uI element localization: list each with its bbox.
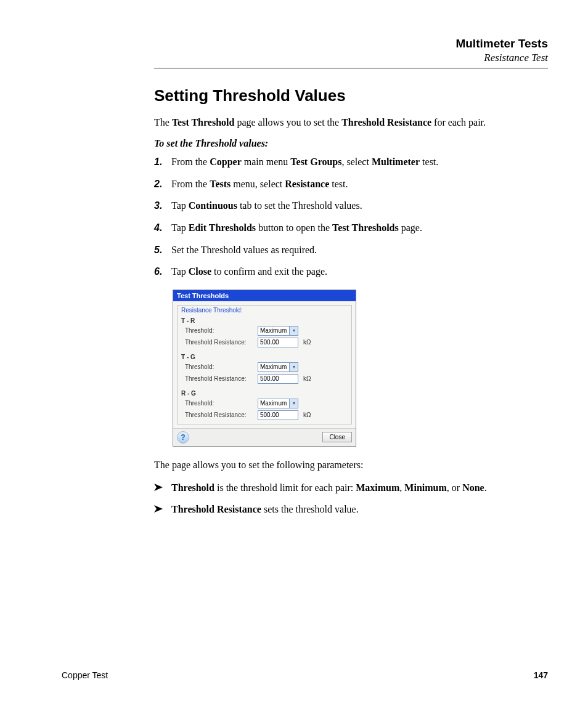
- fieldset-title: Resistance Threshold:: [181, 307, 348, 314]
- page-heading: Setting Threshold Values: [154, 86, 548, 105]
- tg-resistance-input[interactable]: 500.00: [258, 374, 298, 384]
- tr-unit: kΩ: [303, 339, 311, 346]
- step-4: 4. Tap Edit Thresholds button to open th…: [154, 221, 548, 235]
- page-number: 147: [534, 670, 548, 680]
- step-3: 3. Tap Continuous tab to set the Thresho…: [154, 199, 548, 213]
- step-2: 2. From the Tests menu, select Resistanc…: [154, 177, 548, 191]
- svg-marker-0: [154, 484, 163, 491]
- close-button[interactable]: Close: [322, 432, 352, 442]
- bullet-threshold: Threshold is the threshold limit for eac…: [154, 481, 548, 495]
- group-tg-label: T - G: [181, 354, 348, 360]
- help-icon[interactable]: ?: [177, 431, 189, 444]
- rg-unit: kΩ: [303, 412, 311, 418]
- step-6: 6. Tap Close to confirm and exit the pag…: [154, 265, 548, 278]
- step-5: 5. Set the Threshold values as required.: [154, 243, 548, 257]
- tr-resistance-input[interactable]: 500.00: [258, 338, 298, 347]
- parameters-list: Threshold is the threshold limit for eac…: [154, 481, 548, 516]
- chevron-down-icon: ▾: [289, 399, 298, 408]
- chevron-down-icon: ▾: [289, 363, 298, 371]
- tg-unit: kΩ: [303, 375, 311, 382]
- footer-left: Copper Test: [62, 670, 108, 680]
- page-footer: Copper Test 147: [62, 670, 548, 680]
- rg-resistance-input[interactable]: 500.00: [258, 410, 298, 420]
- tg-threshold-label: Threshold:: [181, 363, 258, 370]
- section-title: Resistance Test: [154, 52, 548, 64]
- tg-threshold-select[interactable]: Maximum ▾: [258, 362, 298, 372]
- chapter-title: Multimeter Tests: [154, 37, 548, 51]
- group-tr-label: T - R: [181, 317, 348, 324]
- bullet-threshold-resistance: Threshold Resistance sets the threshold …: [154, 502, 548, 516]
- tg-resistance-label: Threshold Resistance:: [181, 375, 258, 382]
- header-rule: [154, 68, 548, 69]
- arrow-icon: [154, 502, 171, 516]
- svg-marker-1: [154, 505, 163, 513]
- tr-threshold-label: Threshold:: [181, 327, 258, 334]
- tr-resistance-label: Threshold Resistance:: [181, 339, 258, 346]
- procedure-heading: To set the Threshold values:: [154, 138, 548, 149]
- tr-threshold-select[interactable]: Maximum ▾: [258, 326, 298, 336]
- rg-threshold-label: Threshold:: [181, 400, 258, 407]
- procedure-steps: 1. From the Copper main menu Test Groups…: [154, 155, 548, 278]
- rg-threshold-select[interactable]: Maximum ▾: [258, 399, 298, 408]
- step-1: 1. From the Copper main menu Test Groups…: [154, 155, 548, 169]
- parameters-intro: The page allows you to set the following…: [154, 458, 548, 472]
- test-thresholds-dialog: Test Thresholds Resistance Threshold: T …: [173, 290, 356, 447]
- group-rg-label: R - G: [181, 390, 348, 397]
- rg-resistance-label: Threshold Resistance:: [181, 412, 258, 418]
- chevron-down-icon: ▾: [289, 327, 298, 335]
- intro-paragraph: The Test Threshold page allows you to se…: [154, 115, 548, 129]
- arrow-icon: [154, 481, 171, 495]
- dialog-title: Test Thresholds: [173, 290, 356, 301]
